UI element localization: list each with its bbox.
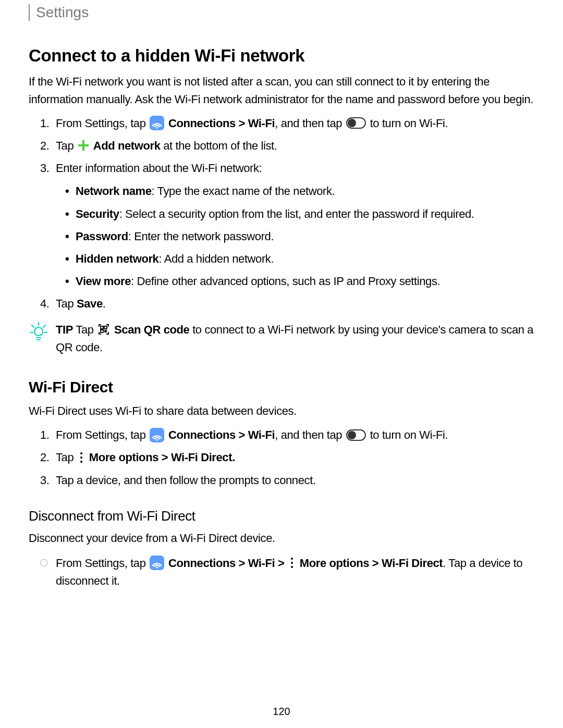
svg-rect-11 [101, 330, 103, 332]
sub-view-more: View more: Define other advanced options… [56, 273, 534, 290]
step-3-sublist: Network name: Type the exact name of the… [56, 182, 534, 290]
more-options-icon [288, 557, 296, 569]
more-options-icon [78, 451, 85, 464]
intro-hidden-wifi: If the Wi-Fi network you want is not lis… [29, 73, 534, 108]
heading-disconnect: Disconnect from Wi-Fi Direct [29, 508, 534, 524]
steps-hidden-wifi: From Settings, tap Connections > Wi-Fi, … [29, 115, 534, 313]
page-header: Settings [29, 4, 534, 21]
svg-rect-12 [105, 330, 106, 332]
heading-wifi-direct: Wi-Fi Direct [29, 378, 534, 396]
sub-hidden: Hidden network: Add a hidden network. [56, 250, 534, 268]
intro-disconnect: Disconnect your device from a Wi-Fi Dire… [29, 529, 534, 547]
svg-rect-10 [104, 326, 107, 329]
svg-point-1 [34, 327, 43, 336]
step-4: Tap Save. [29, 295, 534, 313]
wifi-icon [150, 116, 164, 130]
plus-icon [78, 140, 89, 151]
step-1: From Settings, tap Connections > Wi-Fi, … [29, 115, 534, 132]
disconnect-bullet: From Settings, tap Connections > Wi-Fi >… [29, 554, 534, 590]
step-3: Enter information about the Wi-Fi networ… [29, 159, 534, 290]
step-2: Tap Add network at the bottom of the lis… [29, 137, 534, 155]
tip-block: TIP Tap Scan QR code to connect to a Wi-… [29, 321, 534, 356]
qr-icon [97, 323, 110, 336]
disconnect-list: From Settings, tap Connections > Wi-Fi >… [29, 554, 534, 590]
steps-wifi-direct: From Settings, tap Connections > Wi-Fi, … [29, 426, 534, 489]
lightbulb-icon [29, 321, 48, 342]
sub-network-name: Network name: Type the exact name of the… [56, 182, 534, 200]
wd-step-2: Tap More options > Wi-Fi Direct. [29, 449, 534, 466]
svg-line-3 [32, 325, 34, 327]
sub-security: Security: Select a security option from … [56, 205, 534, 223]
heading-hidden-wifi: Connect to a hidden Wi-Fi network [29, 46, 534, 66]
tip-text: TIP Tap Scan QR code to connect to a Wi-… [56, 321, 534, 356]
wifi-icon [150, 428, 164, 442]
toggle-icon [346, 117, 366, 129]
wifi-icon [150, 556, 164, 570]
wd-step-1: From Settings, tap Connections > Wi-Fi, … [29, 426, 534, 444]
sub-password: Password: Enter the network password. [56, 228, 534, 245]
header-title: Settings [36, 4, 89, 20]
page-number: 120 [0, 706, 563, 718]
svg-line-4 [43, 325, 45, 327]
toggle-icon [346, 429, 366, 441]
intro-wifi-direct: Wi-Fi Direct uses Wi-Fi to share data be… [29, 402, 534, 420]
svg-rect-9 [101, 326, 103, 329]
wd-step-3: Tap a device, and then follow the prompt… [29, 472, 534, 489]
